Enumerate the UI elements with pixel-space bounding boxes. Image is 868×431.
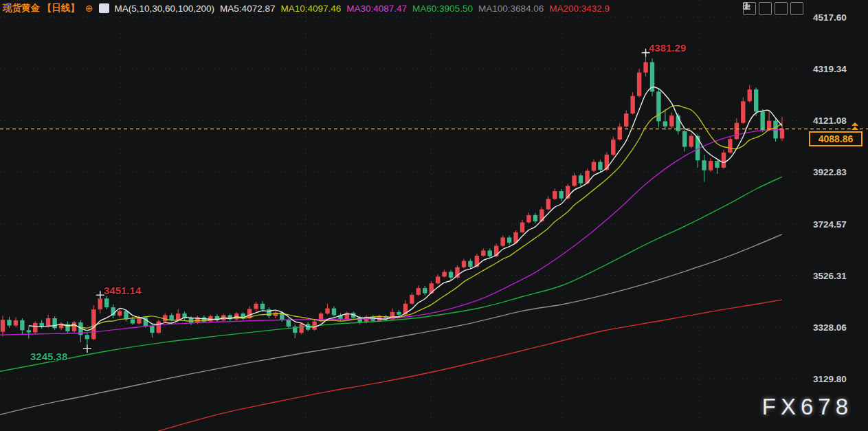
candle-body	[468, 261, 472, 267]
indicator-play-icon[interactable]	[775, 2, 788, 15]
chart-window: 现货黄金 【日线】 ⊕ MA(5,10,30,60,100,200) MA5:4…	[0, 0, 868, 431]
candle-body	[462, 261, 466, 267]
candle-body	[702, 160, 706, 170]
candle-body	[735, 123, 739, 139]
candle-body	[611, 140, 615, 155]
exit-pane-icon[interactable]	[790, 2, 803, 15]
candle-body	[20, 320, 24, 330]
candle-body	[592, 162, 596, 171]
candle-body	[274, 313, 278, 316]
candle-body	[1, 320, 5, 331]
ma100-value-label: MA100:3684.06	[478, 3, 544, 14]
candle-body	[91, 309, 96, 339]
candle-body	[325, 309, 329, 314]
candle-body	[748, 89, 752, 101]
candle-body	[423, 288, 427, 294]
ma-line-ma5	[29, 87, 782, 330]
candle-body	[669, 115, 674, 126]
ma-line-ma200	[158, 300, 782, 431]
ma-line-ma60	[0, 177, 782, 371]
candle-body	[287, 320, 291, 327]
candle-body	[85, 335, 89, 339]
ma200-value-label: MA200:3432.9	[549, 3, 610, 14]
candle-body	[52, 318, 56, 328]
y-axis-tick-label[interactable]: 3526.31	[813, 270, 847, 280]
candle-body	[722, 153, 726, 168]
candle-body	[533, 215, 537, 221]
chart-header: 现货黄金 【日线】 ⊕ MA(5,10,30,60,100,200) MA5:4…	[3, 2, 610, 14]
candle-body	[709, 161, 713, 170]
candle-body	[176, 313, 180, 320]
candle-body	[689, 136, 693, 147]
candle-body	[488, 250, 492, 256]
candle-body	[715, 161, 719, 168]
candle-body	[598, 162, 602, 170]
indicator-pane-icon[interactable]	[759, 2, 772, 15]
price-up-arrows-icon	[851, 122, 859, 131]
y-axis-tick-label[interactable]: 4319.34	[813, 64, 847, 74]
price-extreme-annotation: 3245.38	[30, 351, 67, 362]
candle-body	[137, 318, 141, 323]
candle-body	[157, 322, 161, 333]
y-axis-tick-label[interactable]: 3129.80	[813, 374, 847, 384]
candle-body	[760, 111, 764, 130]
candle-body	[663, 121, 667, 126]
candle-body	[72, 322, 76, 331]
crosshair-icon[interactable]: ⊕	[85, 3, 93, 13]
candle-body	[728, 139, 732, 153]
candle-body	[741, 101, 745, 122]
y-axis-tick-label[interactable]: 4121.08	[813, 115, 847, 126]
chart-style-icon[interactable]	[99, 3, 109, 13]
candle-body	[481, 250, 485, 256]
candle-body	[131, 320, 135, 324]
candle-body	[637, 73, 641, 96]
candle-body	[332, 309, 336, 316]
candle-body	[572, 175, 576, 186]
candle-body	[520, 223, 524, 232]
ma30-value-label: MA30:4087.47	[346, 3, 407, 14]
candle-body	[410, 295, 414, 304]
candle-body	[553, 191, 557, 199]
candle-body	[442, 272, 446, 277]
candle-body	[416, 288, 421, 295]
current-price-badge: 4088.86	[809, 131, 863, 146]
candle-body	[500, 237, 504, 245]
y-axis-tick-label[interactable]: 3328.06	[813, 322, 847, 332]
candle-body	[579, 175, 583, 183]
y-axis-tick-label[interactable]: 3724.57	[813, 219, 847, 229]
candle-body	[118, 311, 122, 316]
candle-body	[104, 298, 109, 307]
chart-toolbar	[743, 2, 803, 15]
candle-body	[643, 62, 647, 72]
candle-body	[27, 330, 31, 332]
candle-body	[397, 312, 401, 315]
candle-body	[267, 309, 271, 316]
price-extreme-annotation: 4381.29	[649, 42, 686, 54]
candle-body	[546, 199, 550, 209]
extreme-cross-marker	[83, 344, 91, 353]
candle-body	[14, 320, 18, 326]
ma-line-ma30	[0, 129, 782, 335]
candle-body	[170, 315, 174, 320]
candle-body	[656, 91, 660, 121]
candle-body	[624, 113, 628, 126]
ma-line-ma100	[0, 234, 782, 415]
candle-body	[46, 318, 50, 327]
period-label: 【日线】	[43, 3, 80, 13]
y-axis-tick-label[interactable]: 3922.83	[813, 167, 847, 177]
price-extreme-annotation: 3451.14	[104, 285, 141, 296]
candlestick-plot-area[interactable]	[0, 0, 868, 431]
candle-body	[449, 272, 453, 278]
extreme-cross-marker	[96, 291, 104, 299]
candle-body	[780, 129, 784, 138]
ma5-value-label: MA5:4072.87	[220, 3, 275, 14]
ma60-value-label: MA60:3905.50	[412, 3, 473, 14]
candle-body	[33, 323, 37, 333]
candle-body	[630, 96, 634, 113]
candle-body	[559, 191, 564, 199]
candle-body	[526, 215, 531, 223]
fx678-watermark: FX678	[762, 394, 853, 420]
y-axis-tick-label[interactable]: 4517.60	[813, 12, 847, 23]
candle-body	[150, 326, 154, 333]
candle-body	[98, 298, 102, 309]
